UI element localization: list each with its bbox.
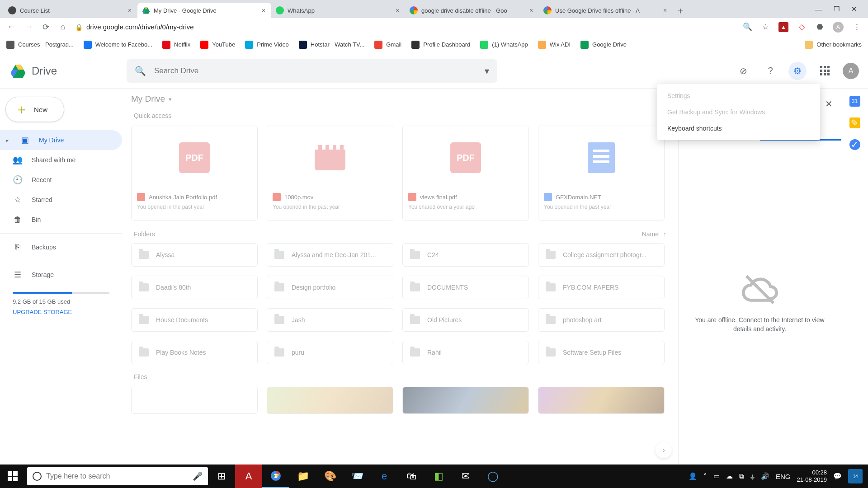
adobe-ext-icon[interactable]: ▲ (778, 22, 788, 32)
drive-logo[interactable]: Drive (9, 63, 121, 79)
quick-access-card[interactable]: PDFAnushka Jain Portfolio.pdfYou opened … (131, 126, 258, 221)
autocad-taskbar-icon[interactable]: A (235, 465, 262, 488)
help-icon[interactable]: ? (761, 62, 779, 80)
file-thumbnail[interactable] (131, 387, 258, 414)
language-indicator[interactable]: ENG (776, 473, 791, 480)
maximize-icon[interactable]: ❐ (834, 5, 840, 13)
other-bookmarks[interactable]: Other bookmarks (805, 41, 862, 49)
offline-ready-icon[interactable]: ⊘ (734, 62, 752, 80)
bookmark-item[interactable]: Netflix (162, 41, 190, 49)
search-options-icon[interactable]: ▾ (485, 66, 489, 76)
bookmark-item[interactable]: Courses - Postgrad... (6, 41, 74, 49)
outlook-taskbar-icon[interactable]: ✉ (452, 465, 479, 488)
folder-item[interactable]: puru (267, 341, 393, 364)
sidebar-item-starred[interactable]: ☆Starred (0, 190, 122, 210)
folder-item[interactable]: Alyssa (131, 243, 258, 267)
people-tray-icon[interactable]: 👤 (689, 472, 697, 480)
new-button[interactable]: ＋ New (5, 97, 64, 122)
search-input[interactable] (154, 66, 476, 75)
app-taskbar-icon[interactable]: ◧ (425, 465, 452, 488)
back-icon[interactable]: ← (6, 22, 16, 32)
close-icon[interactable]: × (394, 7, 401, 14)
folder-item[interactable]: Jash (267, 308, 393, 332)
folder-item[interactable]: C24 (402, 243, 529, 267)
dropbox-tray-icon[interactable]: ⧉ (739, 472, 744, 480)
quick-access-card[interactable]: 1080p.movYou opened in the past year (267, 126, 393, 221)
breadcrumb[interactable]: My Drive ▾ (131, 94, 669, 104)
close-panel-icon[interactable]: ✕ (820, 99, 833, 109)
settings-menu-item[interactable]: Keyboard shortcuts (657, 120, 820, 136)
folder-item[interactable]: Software Setup Files (538, 341, 665, 364)
action-center-icon[interactable]: 💬 (833, 472, 842, 480)
sidebar-item-storage[interactable]: ☰ Storage (0, 265, 122, 285)
chevron-up-icon[interactable]: ˄ (703, 472, 707, 480)
browser-tab[interactable]: My Drive - Google Drive × (137, 3, 271, 18)
browser-tab[interactable]: WhatsApp × (271, 3, 405, 18)
sort-control[interactable]: Name ↑ (642, 230, 666, 238)
extension-icon[interactable]: ⬣ (815, 22, 825, 32)
explorer-taskbar-icon[interactable]: 📁 (289, 465, 316, 488)
folder-item[interactable]: Play Books Notes (131, 341, 258, 364)
settings-gear-icon[interactable]: ⚙ (788, 62, 807, 80)
browser-tab[interactable]: Use Google Drive files offline - A × (539, 3, 673, 18)
tasks-app-icon[interactable]: ✓ (849, 139, 860, 150)
battery-tray-icon[interactable]: ▭ (713, 472, 720, 480)
sidebar-item-shared-with-me[interactable]: 👥Shared with me (0, 150, 122, 170)
bookmark-item[interactable]: Hotstar - Watch TV... (299, 41, 364, 49)
folder-item[interactable]: Alyssa and me Dec-Jan 201... (267, 243, 393, 267)
folder-item[interactable]: Design portfolio (267, 276, 393, 299)
sidebar-item-recent[interactable]: 🕘Recent (0, 170, 122, 190)
profile-avatar[interactable]: A (833, 22, 844, 33)
bookmark-item[interactable]: YouTube (200, 41, 235, 49)
task-view-icon[interactable]: ⊞ (208, 465, 235, 488)
upgrade-storage-link[interactable]: UPGRADE STORAGE (13, 309, 109, 315)
bookmark-star-icon[interactable]: ☆ (760, 22, 770, 32)
keep-app-icon[interactable]: ✎ (849, 117, 860, 128)
file-thumbnail[interactable] (267, 387, 393, 414)
file-thumbnail[interactable] (402, 387, 529, 414)
file-thumbnail[interactable] (538, 387, 665, 414)
reload-icon[interactable]: ⟳ (41, 22, 51, 32)
bookmark-item[interactable]: Google Drive (580, 41, 627, 49)
quick-access-card[interactable]: GFXDomain.NETYou opened in the past year (538, 126, 665, 221)
cortana-taskbar-icon[interactable]: ◯ (479, 465, 506, 488)
brave-shield-icon[interactable]: ◇ (797, 22, 807, 32)
next-page-button[interactable]: › (656, 442, 672, 458)
quick-access-card[interactable]: PDFviews final.pdfYou shared over a year… (402, 126, 529, 221)
bookmark-item[interactable]: Wix ADI (538, 41, 571, 49)
mail-taskbar-icon[interactable]: 📨 (344, 465, 371, 488)
browser-tab[interactable]: Course List × (4, 3, 137, 18)
sidebar-item-backups[interactable]: ⎘ Backups (0, 237, 122, 257)
minimize-icon[interactable]: — (815, 5, 822, 13)
close-icon[interactable]: × (127, 7, 133, 14)
taskbar-clock[interactable]: 00:28 21-08-2019 (797, 469, 827, 483)
home-icon[interactable]: ⌂ (58, 22, 68, 32)
close-icon[interactable]: × (260, 7, 267, 14)
bookmark-item[interactable]: Prime Video (245, 41, 289, 49)
taskbar-search[interactable]: 🎤 (27, 467, 208, 485)
close-icon[interactable]: × (662, 7, 668, 14)
bookmark-item[interactable]: (1) WhatsApp (480, 41, 528, 49)
start-button[interactable] (0, 465, 25, 488)
folder-item[interactable]: Old Pictures (402, 308, 529, 332)
chrome-taskbar-icon[interactable] (262, 465, 289, 488)
calendar-app-icon[interactable]: 31 (849, 96, 860, 107)
url-field[interactable]: 🔒 drive.google.com/drive/u/0/my-drive (75, 23, 735, 31)
bookmark-item[interactable]: Profile Dashboard (411, 41, 470, 49)
folder-item[interactable]: House Documents (131, 308, 258, 332)
kebab-menu-icon[interactable]: ⋮ (852, 22, 862, 32)
account-avatar[interactable]: A (843, 63, 859, 79)
folder-item[interactable]: photoshop art (538, 308, 665, 332)
close-icon[interactable]: × (528, 7, 534, 14)
paint-taskbar-icon[interactable]: 🎨 (316, 465, 344, 488)
search-box[interactable]: 🔍 ▾ (127, 59, 497, 83)
notification-badge[interactable] (848, 469, 863, 483)
volume-tray-icon[interactable]: 🔊 (761, 472, 769, 480)
folder-item[interactable]: DOCUMENTS (402, 276, 529, 299)
folder-item[interactable]: FYB.COM PAPERS (538, 276, 665, 299)
forward-icon[interactable]: → (24, 22, 33, 32)
zoom-icon[interactable]: 🔍 (742, 22, 752, 32)
google-apps-icon[interactable] (816, 62, 834, 80)
folder-item[interactable]: Rahil (402, 341, 529, 364)
store-taskbar-icon[interactable]: 🛍 (398, 465, 425, 488)
